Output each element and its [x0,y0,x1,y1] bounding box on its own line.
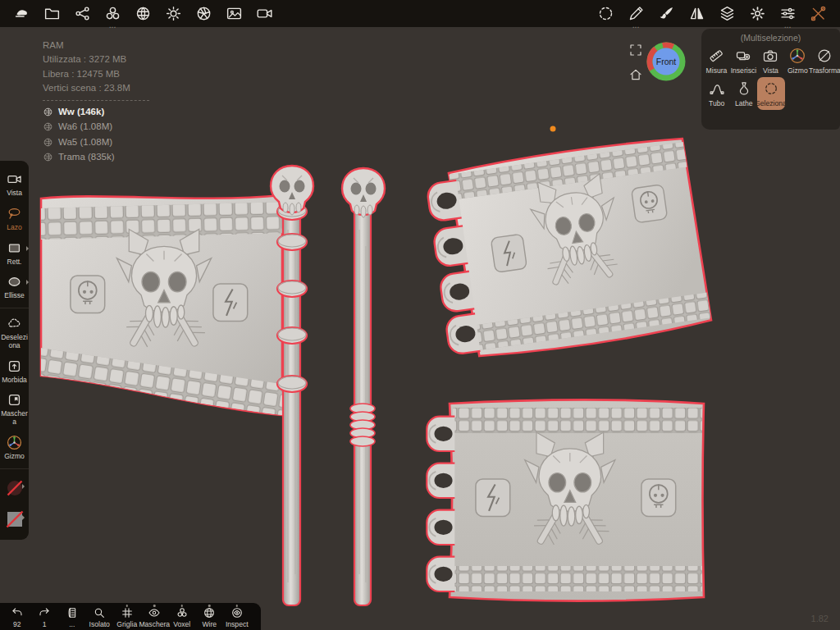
postprocess-icon[interactable] [189,0,219,27]
dashed-cloud-icon [7,316,22,331]
divider [43,100,149,101]
tool-trasforma[interactable]: Trasforma [811,44,838,77]
submenu-arrow [26,280,29,285]
sidebar-item-lazo[interactable]: Lazo [0,206,29,232]
submenu-arrow [22,515,25,520]
scene-object-row[interactable]: Ww (146k) [43,105,149,119]
camera-icon[interactable] [249,0,280,27]
top-toolbar: ... ... [0,0,840,27]
background-image-icon[interactable] [219,0,249,27]
matcap-icon[interactable] [128,0,158,27]
insert-shapes-icon [735,48,751,64]
tool-gizmo[interactable]: Gizmo [784,44,811,77]
mesh-icon [43,137,53,148]
divider [0,468,29,469]
sidebar-item-maschera[interactable]: Maschera [0,392,29,427]
mesh-banner-top-right[interactable] [424,135,715,363]
sidebar-item-label: Morbida [1,377,28,385]
history-more-label: ... [69,620,75,628]
multiselect-row-2: Tubo Lathe Seleziona [701,77,840,110]
mesh-spare-pole[interactable] [342,168,385,605]
inspect-button[interactable]: Inspect [223,605,251,628]
lighting-icon[interactable] [158,0,189,27]
ram-title: RAM [43,39,149,52]
lasso-icon [7,206,22,221]
materials-icon[interactable]: ... [98,0,128,27]
tool-inserisci[interactable]: Inserisci [730,44,757,77]
debug-tools-icon[interactable] [803,0,833,27]
scene-vertices: Vertici scena : 23.8M [43,81,149,95]
sidebar-item-gizmo[interactable]: Gizmo [0,435,29,461]
voxel-button[interactable]: Voxel [168,605,196,628]
grid-icon [121,606,134,619]
button-label: Griglia [116,620,137,628]
lathe-vase-icon [736,80,752,97]
magnifier-icon [93,606,106,619]
symmetry-icon[interactable] [682,0,712,27]
undo-count: 92 [13,620,21,628]
fullscreen-icon[interactable] [628,43,643,57]
tool-misura[interactable]: Misura [703,44,730,77]
tool-vista[interactable]: Vista [757,44,784,77]
submenu-dot [126,605,129,607]
sidebar-item-morbida[interactable]: Morbida [0,358,29,385]
redo-icon [38,606,51,619]
color-swatch-disabled[interactable] [5,478,25,498]
redo-button[interactable]: 1 [31,605,59,628]
isolato-button[interactable]: Isolato [86,605,114,628]
scene-object-name: Ww (146k) [58,105,104,119]
sidebar-item-deseleziona[interactable]: Deseleziona [0,316,29,350]
multiselect-panel: (Multiselezione) Misura Inserisci Vista … [701,29,840,130]
button-label: Isolato [89,620,110,628]
tool-label: Trasforma [809,66,840,75]
history-button[interactable]: ... [58,605,86,628]
app-logo-icon[interactable] [7,0,37,27]
maschera-button[interactable]: Maschera [141,605,169,628]
scene-object-row[interactable]: Trama (835k) [43,150,149,164]
scene-object-row[interactable]: Wa5 (1.08M) [43,135,149,149]
wire-button[interactable]: Wire [196,605,224,628]
history-list-icon [66,606,79,619]
redo-count: 1 [43,620,47,628]
sidebar-item-label: Vista [6,189,23,198]
sidebar-item-vista[interactable]: Vista [0,171,29,198]
top-toolbar-right: ... ... [591,0,833,27]
tool-label: Vista [763,66,778,75]
paintbrush-icon[interactable] [651,0,682,27]
scene-object-name: Wa5 (1.08M) [58,135,112,149]
view-orientation-ball[interactable]: Front [645,40,687,83]
button-label: Maschera [139,620,170,628]
rectangle-icon [7,240,22,256]
view-orientation-label: Front [656,57,677,66]
scene-object-name: Trama (835k) [58,150,115,164]
video-camera-icon [7,171,22,187]
mesh-banner-bottom-right[interactable] [427,400,704,601]
scene-graph-icon[interactable] [67,0,98,27]
settings-gear-icon[interactable] [742,0,773,27]
tool-lathe[interactable]: Lathe [730,77,757,110]
sidebar-item-label: Deseleziona [0,334,29,350]
griglia-button[interactable]: Griglia [113,605,141,628]
submenu-dot [236,605,239,607]
selection-mask-icon[interactable] [591,0,621,27]
sidebar-item-rett[interactable]: Rett. [0,240,29,267]
tool-label: Seleziona [756,99,787,107]
top-toolbar-left: ... [7,0,280,27]
divider [0,308,29,308]
interface-sliders-icon[interactable]: ... [773,0,803,27]
texture-swatch-disabled[interactable] [5,509,25,529]
mesh-flag-on-pole[interactable] [31,166,313,605]
sphere-cluster-icon [176,606,189,619]
tool-seleziona[interactable]: Seleziona [757,77,784,110]
more-indicator: ... [632,21,639,30]
scene-object-row[interactable]: Wa6 (1.08M) [43,120,149,134]
sidebar-item-ellisse[interactable]: Ellisse [0,274,29,300]
undo-button[interactable]: 92 [3,605,31,628]
home-icon[interactable] [628,67,643,82]
folder-icon[interactable] [37,0,67,27]
inspect-eye-icon [231,606,244,619]
layers-icon[interactable] [712,0,742,27]
tool-tubo[interactable]: Tubo [703,77,730,110]
pencil-icon[interactable]: ... [621,0,651,27]
ram-free: Libera : 12475 MB [43,67,149,81]
